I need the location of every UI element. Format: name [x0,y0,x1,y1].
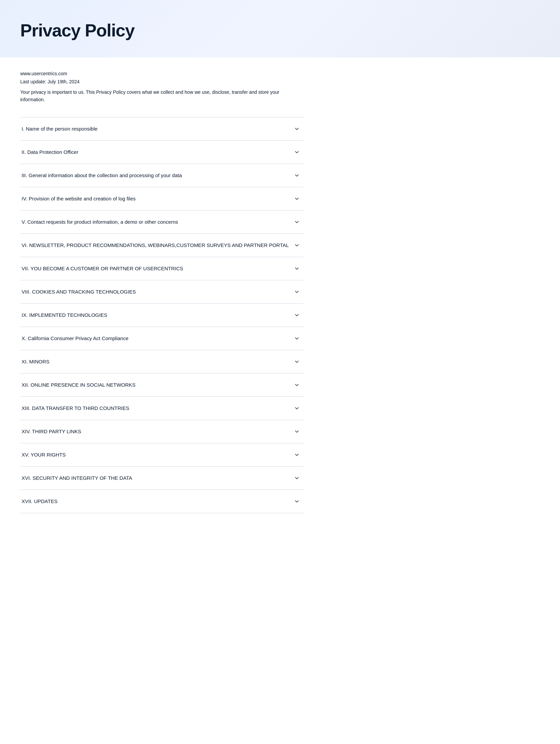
accordion-header-section-vii[interactable]: VII. YOU BECOME A CUSTOMER OR PARTNER OF… [20,257,304,280]
accordion-item-section-iii[interactable]: III. General information about the colle… [20,164,304,187]
chevron-down-icon [293,218,301,226]
chevron-down-icon [293,265,301,273]
accordion-header-section-xiii[interactable]: XIII. DATA TRANSFER TO THIRD COUNTRIES [20,397,304,420]
header-banner: Privacy Policy [0,0,560,57]
accordion-list: I. Name of the person responsibleII. Dat… [20,117,304,513]
chevron-down-icon [293,451,301,459]
meta-info: www.usercentrics.com Last update: July 1… [20,71,304,104]
accordion-item-section-xiv[interactable]: XIV. THIRD PARTY LINKS [20,420,304,443]
accordion-label-section-xi: XI. MINORS [22,359,50,364]
accordion-header-section-xii[interactable]: XII. ONLINE PRESENCE IN SOCIAL NETWORKS [20,374,304,396]
accordion-label-section-xiv: XIV. THIRD PARTY LINKS [22,429,81,434]
accordion-header-section-vi[interactable]: VI. NEWSLETTER, PRODUCT RECOMMENDATIONS,… [20,234,304,257]
accordion-item-section-xv[interactable]: XV. YOUR RIGHTS [20,443,304,467]
accordion-label-section-ii: II. Data Protection Officer [22,149,78,155]
accordion-item-section-v[interactable]: V. Contact requests for product informat… [20,211,304,234]
content-area: www.usercentrics.com Last update: July 1… [0,57,324,533]
accordion-label-section-x: X. California Consumer Privacy Act Compl… [22,335,129,341]
chevron-down-icon [293,171,301,180]
accordion-label-section-xvii: XVII. UPDATES [22,498,57,504]
chevron-down-icon [293,125,301,133]
accordion-item-section-x[interactable]: X. California Consumer Privacy Act Compl… [20,327,304,350]
chevron-down-icon [293,428,301,436]
accordion-header-section-xiv[interactable]: XIV. THIRD PARTY LINKS [20,420,304,443]
accordion-item-section-iv[interactable]: IV. Provision of the website and creatio… [20,187,304,211]
meta-date: Last update: July 19th, 2024 [20,79,304,84]
accordion-header-section-iii[interactable]: III. General information about the colle… [20,164,304,187]
accordion-header-section-ii[interactable]: II. Data Protection Officer [20,141,304,164]
chevron-down-icon [293,497,301,505]
accordion-header-section-xv[interactable]: XV. YOUR RIGHTS [20,443,304,466]
accordion-item-section-viii[interactable]: VIII. COOKIES AND TRACKING TECHNOLOGIES [20,280,304,304]
accordion-label-section-vi: VI. NEWSLETTER, PRODUCT RECOMMENDATIONS,… [22,242,289,248]
accordion-item-section-xi[interactable]: XI. MINORS [20,350,304,374]
accordion-item-section-ix[interactable]: IX. IMPLEMENTED TECHNOLOGIES [20,304,304,327]
page-title: Privacy Policy [20,20,540,40]
accordion-header-section-xvi[interactable]: XVI. SECURITY AND INTEGRITY OF THE DATA [20,467,304,490]
chevron-down-icon [293,288,301,296]
chevron-down-icon [293,404,301,412]
accordion-item-section-ii[interactable]: II. Data Protection Officer [20,141,304,164]
accordion-label-section-xii: XII. ONLINE PRESENCE IN SOCIAL NETWORKS [22,382,136,388]
accordion-item-section-i[interactable]: I. Name of the person responsible [20,117,304,141]
accordion-item-section-xvii[interactable]: XVII. UPDATES [20,490,304,513]
accordion-item-section-vi[interactable]: VI. NEWSLETTER, PRODUCT RECOMMENDATIONS,… [20,234,304,257]
accordion-label-section-iii: III. General information about the colle… [22,172,182,178]
chevron-down-icon [293,241,301,249]
chevron-down-icon [293,358,301,366]
accordion-header-section-ix[interactable]: IX. IMPLEMENTED TECHNOLOGIES [20,304,304,327]
accordion-header-section-xvii[interactable]: XVII. UPDATES [20,490,304,513]
accordion-header-section-i[interactable]: I. Name of the person responsible [20,117,304,140]
accordion-label-section-vii: VII. YOU BECOME A CUSTOMER OR PARTNER OF… [22,266,183,271]
accordion-label-section-v: V. Contact requests for product informat… [22,219,178,225]
accordion-label-section-viii: VIII. COOKIES AND TRACKING TECHNOLOGIES [22,289,136,295]
accordion-header-section-v[interactable]: V. Contact requests for product informat… [20,211,304,233]
accordion-label-section-iv: IV. Provision of the website and creatio… [22,196,136,201]
meta-url: www.usercentrics.com [20,71,304,76]
chevron-down-icon [293,474,301,482]
chevron-down-icon [293,334,301,342]
accordion-label-section-xv: XV. YOUR RIGHTS [22,452,66,458]
chevron-down-icon [293,311,301,319]
chevron-down-icon [293,381,301,389]
chevron-down-icon [293,195,301,203]
accordion-item-section-xvi[interactable]: XVI. SECURITY AND INTEGRITY OF THE DATA [20,467,304,490]
accordion-label-section-ix: IX. IMPLEMENTED TECHNOLOGIES [22,312,107,318]
meta-description: Your privacy is important to us. This Pr… [20,88,304,104]
accordion-item-section-xii[interactable]: XII. ONLINE PRESENCE IN SOCIAL NETWORKS [20,374,304,397]
accordion-item-section-vii[interactable]: VII. YOU BECOME A CUSTOMER OR PARTNER OF… [20,257,304,280]
accordion-header-section-xi[interactable]: XI. MINORS [20,350,304,373]
accordion-label-section-xvi: XVI. SECURITY AND INTEGRITY OF THE DATA [22,475,132,481]
accordion-label-section-i: I. Name of the person responsible [22,126,97,132]
accordion-header-section-x[interactable]: X. California Consumer Privacy Act Compl… [20,327,304,350]
chevron-down-icon [293,148,301,156]
accordion-item-section-xiii[interactable]: XIII. DATA TRANSFER TO THIRD COUNTRIES [20,397,304,420]
accordion-header-section-viii[interactable]: VIII. COOKIES AND TRACKING TECHNOLOGIES [20,280,304,303]
accordion-header-section-iv[interactable]: IV. Provision of the website and creatio… [20,187,304,210]
accordion-label-section-xiii: XIII. DATA TRANSFER TO THIRD COUNTRIES [22,405,129,411]
